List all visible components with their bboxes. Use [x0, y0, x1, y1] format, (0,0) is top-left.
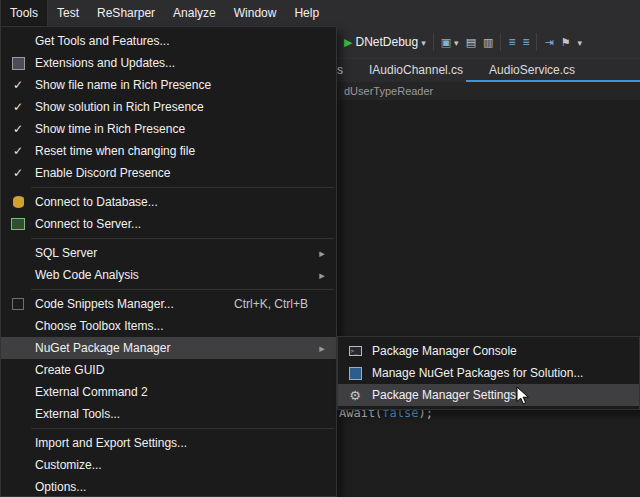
split-pane-icon — [466, 35, 476, 49]
menu-item-label: Options... — [35, 480, 334, 494]
menubar-item-tools[interactable]: Tools — [0, 0, 48, 26]
attach-button[interactable] — [441, 35, 459, 49]
menu-icon-slot — [342, 367, 368, 380]
menu-icon-slot — [5, 218, 31, 230]
menu-item-label: Show time in Rich Presence — [35, 122, 334, 136]
toolbar-separator — [500, 33, 501, 51]
menu-item-show-file-name[interactable]: Show file name in Rich Presence — [1, 74, 336, 96]
menu-item-extensions-and-updates[interactable]: Extensions and Updates... — [1, 52, 336, 74]
start-debugging-button[interactable]: DNetDebug — [344, 35, 426, 49]
list-icon — [508, 35, 515, 49]
menubar-item-test[interactable]: Test — [48, 0, 88, 26]
indent-icon — [544, 35, 553, 49]
menu-item-enable-discord-presence[interactable]: Enable Discord Presence — [1, 162, 336, 184]
member-dropdown[interactable]: dUserTypeReader — [344, 85, 433, 97]
package-grid-icon — [349, 367, 362, 380]
menu-icon-slot — [5, 100, 31, 114]
document-button[interactable] — [483, 35, 493, 49]
menu-item-external-tools[interactable]: External Tools... — [1, 403, 336, 425]
menu-item-get-tools-and-features[interactable]: Get Tools and Features... — [1, 30, 336, 52]
submenu-arrow-icon — [310, 246, 334, 260]
toolbar-separator — [433, 33, 434, 51]
submenu-arrow-icon — [310, 341, 334, 355]
gear-icon — [349, 388, 361, 403]
menu-item-label: Manage NuGet Packages for Solution... — [372, 366, 637, 380]
menu-item-label: Show file name in Rich Presence — [35, 78, 334, 92]
menu-item-connect-to-database[interactable]: Connect to Database... — [1, 191, 336, 213]
database-icon — [13, 196, 24, 208]
check-icon — [13, 144, 23, 158]
menu-icon-slot — [5, 298, 31, 310]
menu-icon-slot — [5, 78, 31, 92]
menubar-item-window[interactable]: Window — [225, 0, 286, 26]
chevron-down-icon — [578, 35, 583, 49]
menu-separator — [31, 187, 334, 188]
chevron-down-icon[interactable] — [454, 35, 459, 49]
menu-item-label: Show solution in Rich Presence — [35, 100, 334, 114]
menu-item-show-solution[interactable]: Show solution in Rich Presence — [1, 96, 336, 118]
menu-item-nuget-package-manager[interactable]: NuGet Package Manager — [1, 337, 336, 359]
menu-item-label: Customize... — [35, 458, 334, 472]
menubar-item-resharper[interactable]: ReSharper — [88, 0, 164, 26]
menu-item-options[interactable]: Options... — [1, 476, 336, 497]
menubar-item-analyze[interactable]: Analyze — [164, 0, 225, 26]
menu-item-label: Choose Toolbox Items... — [35, 319, 334, 333]
menu-separator — [31, 238, 334, 239]
play-icon — [344, 35, 352, 49]
menu-item-label: Package Manager Settings — [372, 388, 637, 402]
split-pane-button[interactable] — [466, 35, 476, 49]
menu-item-choose-toolbox-items[interactable]: Choose Toolbox Items... — [1, 315, 336, 337]
menu-icon-slot — [5, 166, 31, 180]
menu-icon-slot — [5, 196, 31, 208]
menu-item-label: NuGet Package Manager — [35, 341, 310, 355]
menu-item-customize[interactable]: Customize... — [1, 454, 336, 476]
menu-item-connect-to-server[interactable]: Connect to Server... — [1, 213, 336, 235]
menu-item-reset-time[interactable]: Reset time when changing file — [1, 140, 336, 162]
menu-item-label: Extensions and Updates... — [35, 56, 334, 70]
snippet-box-icon — [12, 298, 24, 310]
submenu-item-manage-nuget-packages[interactable]: Manage NuGet Packages for Solution... — [338, 362, 639, 384]
list-button-1[interactable] — [508, 35, 515, 49]
menubar-item-help[interactable]: Help — [285, 0, 328, 26]
menu-item-label: Import and Export Settings... — [35, 436, 334, 450]
list-icon — [522, 35, 529, 49]
list-button-2[interactable] — [522, 35, 529, 49]
bookmark-button[interactable] — [561, 35, 571, 49]
menu-item-label: Connect to Database... — [35, 195, 334, 209]
menu-icon-slot — [342, 388, 368, 403]
submenu-item-package-manager-console[interactable]: Package Manager Console — [338, 340, 639, 362]
menu-item-label: Get Tools and Features... — [35, 34, 334, 48]
debug-target-label: DNetDebug — [355, 35, 418, 49]
menu-item-label: Create GUID — [35, 363, 334, 377]
menu-separator — [31, 428, 334, 429]
menu-item-code-snippets-manager[interactable]: Code Snippets Manager... Ctrl+K, Ctrl+B — [1, 293, 336, 315]
check-icon — [13, 166, 23, 180]
nuget-package-manager-submenu: Package Manager Console Manage NuGet Pac… — [337, 336, 640, 410]
check-icon — [13, 78, 23, 92]
menu-item-label: Enable Discord Presence — [35, 166, 334, 180]
menu-item-label: Package Manager Console — [372, 344, 637, 358]
menu-item-external-command-2[interactable]: External Command 2 — [1, 381, 336, 403]
menu-icon-slot — [342, 346, 368, 356]
toolbar-overflow-button[interactable] — [578, 35, 583, 49]
tab-iaudiochannel[interactable]: IAudioChannel.cs — [356, 59, 476, 82]
indent-button[interactable] — [544, 35, 553, 49]
menu-item-import-export-settings[interactable]: Import and Export Settings... — [1, 432, 336, 454]
menu-item-sql-server[interactable]: SQL Server — [1, 242, 336, 264]
menu-icon-slot — [5, 122, 31, 136]
menu-item-create-guid[interactable]: Create GUID — [1, 359, 336, 381]
visual-studio-window: Tools Test ReSharper Analyze Window Help… — [0, 0, 640, 497]
tab-audioservice[interactable]: AudioService.cs — [476, 59, 588, 82]
check-icon — [13, 100, 23, 114]
menu-item-label: SQL Server — [35, 246, 310, 260]
menu-item-web-code-analysis[interactable]: Web Code Analysis — [1, 264, 336, 286]
menu-item-label: External Command 2 — [35, 385, 334, 399]
menubar: Tools Test ReSharper Analyze Window Help — [0, 0, 640, 26]
menu-separator — [31, 289, 334, 290]
menu-icon-slot — [5, 57, 31, 70]
menu-item-show-time[interactable]: Show time in Rich Presence — [1, 118, 336, 140]
submenu-item-package-manager-settings[interactable]: Package Manager Settings — [338, 384, 639, 406]
console-icon — [349, 346, 362, 356]
window-arrow-icon — [441, 35, 451, 49]
chevron-down-icon[interactable] — [421, 35, 426, 49]
